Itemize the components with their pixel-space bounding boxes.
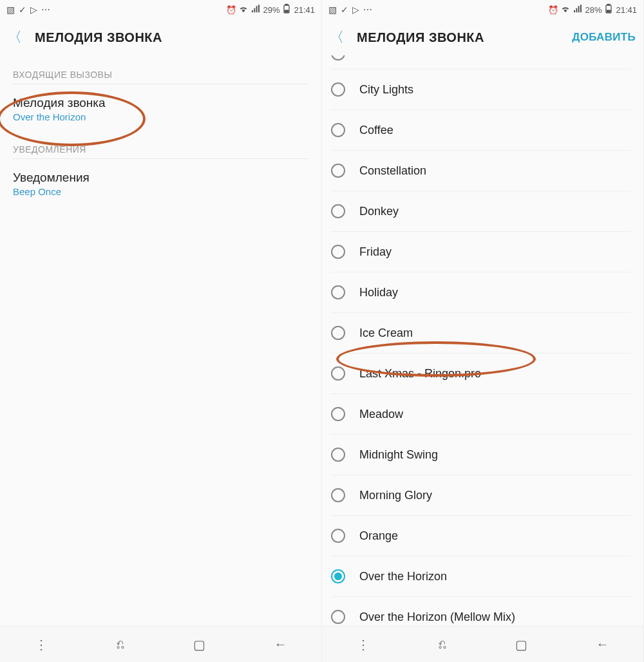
screen-left: ▧ ✓ ▷ ⋯ ⏰ 29% 21:41 〈 МЕЛОДИЯ ЗВОНКА ВХО… — [0, 0, 322, 662]
ringtone-item[interactable]: Meadow — [331, 394, 630, 435]
ringtone-item[interactable]: Last Xmas - Ringon.pro — [331, 354, 630, 394]
status-bar: ▧ ✓ ▷ ⋯ ⏰ 29% 21:41 — [0, 0, 321, 19]
radio-icon[interactable] — [331, 55, 345, 61]
ringtone-item[interactable]: Ice Cream — [331, 313, 630, 354]
alarm-icon: ⏰ — [226, 5, 236, 15]
battery-icon — [603, 4, 614, 16]
signal-icon — [251, 4, 261, 16]
ringtone-label: Ice Cream — [359, 326, 413, 340]
radio-icon[interactable] — [331, 488, 345, 502]
nav-menu-icon[interactable]: ⋮ — [357, 637, 370, 652]
ringtone-label: Orange — [359, 529, 398, 543]
ringtone-setting-title: Мелодия звонка — [13, 96, 308, 110]
notification-setting-value: Beep Once — [13, 186, 308, 197]
nav-home-icon[interactable]: ▢ — [515, 637, 527, 652]
ringtone-item-cut[interactable] — [331, 55, 630, 70]
signal-icon — [573, 4, 583, 16]
play-icon: ▷ — [30, 5, 37, 15]
svg-rect-2 — [285, 10, 289, 12]
ringtone-item[interactable]: Constellation — [331, 151, 630, 191]
ringtone-item[interactable]: Holiday — [331, 272, 630, 313]
nav-back-icon[interactable]: ← — [274, 637, 287, 652]
svg-rect-5 — [607, 10, 611, 12]
ringtone-item[interactable]: Midnight Swing — [331, 435, 630, 475]
ringtone-item[interactable]: Orange — [331, 516, 630, 556]
notification-setting[interactable]: Уведомления Beep Once — [13, 159, 308, 205]
ringtone-item[interactable]: Coffee — [331, 110, 630, 151]
ringtone-item[interactable]: Morning Glory — [331, 475, 630, 516]
ringtone-setting-value: Over the Horizon — [13, 111, 308, 122]
radio-icon[interactable] — [331, 326, 345, 340]
ringtone-label: Meadow — [359, 408, 403, 421]
clock-time: 21:41 — [294, 5, 315, 15]
ringtone-label: Constellation — [359, 164, 426, 178]
add-button[interactable]: ДОБАВИТЬ — [572, 31, 636, 44]
radio-icon[interactable] — [331, 164, 345, 178]
ringtone-item[interactable]: Friday — [331, 232, 630, 272]
status-bar: ▧ ✓ ▷ ⋯ ⏰ 28% 21:41 — [322, 0, 643, 19]
svg-rect-4 — [607, 4, 610, 5]
check-icon: ✓ — [341, 5, 348, 15]
radio-icon[interactable] — [331, 245, 345, 259]
svg-rect-1 — [285, 4, 288, 5]
more-icon: ⋯ — [41, 5, 50, 15]
ringtone-label: Holiday — [359, 286, 398, 299]
nav-home-icon[interactable]: ▢ — [193, 637, 205, 652]
back-icon[interactable]: 〈 — [330, 28, 344, 47]
ringtone-label: Over the Horizon — [359, 570, 447, 583]
wifi-icon — [238, 4, 249, 16]
wifi-icon — [560, 4, 571, 16]
nav-recents-icon[interactable]: ⎌ — [439, 637, 446, 652]
battery-icon — [281, 4, 292, 16]
page-title: МЕЛОДИЯ ЗВОНКА — [357, 30, 559, 45]
nav-bar: ⋮ ⎌ ▢ ← — [322, 626, 643, 662]
nav-menu-icon[interactable]: ⋮ — [35, 637, 48, 652]
ringtone-list[interactable]: City LightsCoffeeConstellationDonkeyFrid… — [322, 55, 643, 626]
app-header: 〈 МЕЛОДИЯ ЗВОНКА ДОБАВИТЬ — [322, 19, 643, 55]
ringtone-item[interactable]: City Lights — [331, 70, 630, 110]
radio-icon[interactable] — [331, 569, 345, 583]
nav-bar: ⋮ ⎌ ▢ ← — [0, 626, 321, 662]
app-header: 〈 МЕЛОДИЯ ЗВОНКА — [0, 19, 321, 55]
radio-icon[interactable] — [331, 448, 345, 462]
screen-right: ▧ ✓ ▷ ⋯ ⏰ 28% 21:41 〈 МЕЛОДИЯ ЗВОНКА ДОБ… — [322, 0, 644, 662]
ringtone-label: Morning Glory — [359, 489, 432, 502]
image-icon: ▧ — [328, 5, 337, 15]
ringtone-label: Friday — [359, 245, 392, 259]
ringtone-item[interactable]: Donkey — [331, 191, 630, 232]
nav-recents-icon[interactable]: ⎌ — [117, 637, 124, 652]
ringtone-label: Over the Horizon (Mellow Mix) — [359, 610, 515, 624]
play-icon: ▷ — [352, 5, 359, 15]
ringtone-label: Coffee — [359, 124, 393, 137]
alarm-icon: ⏰ — [548, 5, 558, 15]
clock-time: 21:41 — [616, 5, 637, 15]
radio-icon[interactable] — [331, 123, 345, 137]
ringtone-label: Midnight Swing — [359, 448, 438, 462]
check-icon: ✓ — [19, 5, 26, 15]
ringtone-label: City Lights — [359, 83, 413, 97]
image-icon: ▧ — [6, 5, 15, 15]
notification-setting-title: Уведомления — [13, 171, 308, 185]
battery-percent: 28% — [585, 5, 601, 15]
radio-icon[interactable] — [331, 82, 345, 97]
more-icon: ⋯ — [363, 5, 372, 15]
radio-icon[interactable] — [331, 285, 345, 299]
back-icon[interactable]: 〈 — [8, 28, 22, 47]
section-incoming: ВХОДЯЩИЕ ВЫЗОВЫ — [13, 55, 308, 84]
ringtone-item[interactable]: Over the Horizon (Mellow Mix) — [331, 597, 630, 626]
page-title: МЕЛОДИЯ ЗВОНКА — [35, 30, 314, 45]
section-notifications: УВЕДОМЛЕНИЯ — [13, 130, 308, 159]
radio-icon[interactable] — [331, 204, 345, 218]
ringtone-setting[interactable]: Мелодия звонка Over the Horizon — [13, 84, 308, 130]
radio-icon[interactable] — [331, 366, 345, 381]
radio-icon[interactable] — [331, 529, 345, 543]
ringtone-label: Donkey — [359, 205, 399, 218]
battery-percent: 29% — [263, 5, 279, 15]
ringtone-label: Last Xmas - Ringon.pro — [359, 367, 481, 381]
settings-content: ВХОДЯЩИЕ ВЫЗОВЫ Мелодия звонка Over the … — [0, 55, 321, 626]
radio-icon[interactable] — [331, 407, 345, 421]
ringtone-item[interactable]: Over the Horizon — [331, 556, 630, 597]
nav-back-icon[interactable]: ← — [596, 637, 609, 652]
radio-icon[interactable] — [331, 610, 345, 624]
